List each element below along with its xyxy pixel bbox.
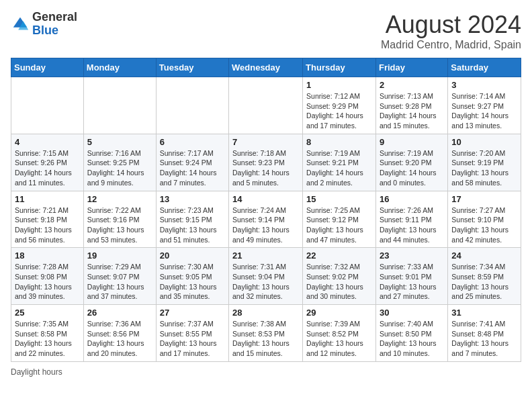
day-number: 26 [87,308,152,318]
logo: General Blue [11,11,77,38]
week-row-3: 11Sunrise: 7:21 AM Sunset: 9:18 PM Dayli… [11,191,521,248]
day-number: 19 [87,250,152,261]
column-header-monday: Monday [83,58,156,77]
day-cell: 27Sunrise: 7:37 AM Sunset: 8:55 PM Dayli… [156,305,228,362]
day-number: 16 [380,194,444,204]
column-header-friday: Friday [375,58,447,77]
day-number: 31 [451,308,517,318]
day-cell: 9Sunrise: 7:19 AM Sunset: 9:20 PM Daylig… [375,134,447,191]
day-info: Sunrise: 7:16 AM Sunset: 9:25 PM Dayligh… [87,148,152,188]
day-cell: 2Sunrise: 7:13 AM Sunset: 9:28 PM Daylig… [375,77,447,134]
day-number: 24 [451,250,517,261]
day-cell: 19Sunrise: 7:29 AM Sunset: 9:07 PM Dayli… [83,248,156,305]
day-info: Sunrise: 7:35 AM Sunset: 8:58 PM Dayligh… [15,319,80,359]
day-info: Sunrise: 7:12 AM Sunset: 9:29 PM Dayligh… [306,91,372,131]
day-info: Sunrise: 7:20 AM Sunset: 9:19 PM Dayligh… [451,148,517,188]
day-cell: 24Sunrise: 7:34 AM Sunset: 8:59 PM Dayli… [448,248,521,305]
day-cell: 3Sunrise: 7:14 AM Sunset: 9:27 PM Daylig… [448,77,521,134]
day-info: Sunrise: 7:19 AM Sunset: 9:20 PM Dayligh… [380,148,444,188]
day-cell: 10Sunrise: 7:20 AM Sunset: 9:19 PM Dayli… [448,134,521,191]
day-cell: 16Sunrise: 7:26 AM Sunset: 9:11 PM Dayli… [375,191,447,248]
day-info: Sunrise: 7:39 AM Sunset: 8:52 PM Dayligh… [306,319,372,359]
day-info: Sunrise: 7:32 AM Sunset: 9:02 PM Dayligh… [306,262,372,302]
day-info: Sunrise: 7:28 AM Sunset: 9:08 PM Dayligh… [15,262,80,302]
day-cell: 15Sunrise: 7:25 AM Sunset: 9:12 PM Dayli… [303,191,376,248]
day-cell: 23Sunrise: 7:33 AM Sunset: 9:01 PM Dayli… [375,248,447,305]
day-info: Sunrise: 7:24 AM Sunset: 9:14 PM Dayligh… [232,205,299,245]
day-info: Sunrise: 7:41 AM Sunset: 8:48 PM Dayligh… [451,319,517,359]
day-info: Sunrise: 7:22 AM Sunset: 9:16 PM Dayligh… [87,205,152,245]
day-cell: 22Sunrise: 7:32 AM Sunset: 9:02 PM Dayli… [303,248,376,305]
legend: Daylight hours [11,367,521,377]
day-info: Sunrise: 7:31 AM Sunset: 9:04 PM Dayligh… [232,262,299,302]
day-number: 27 [160,308,225,318]
day-cell: 17Sunrise: 7:27 AM Sunset: 9:10 PM Dayli… [448,191,521,248]
day-cell [229,77,303,134]
day-number: 17 [451,194,517,204]
column-header-sunday: Sunday [11,58,84,77]
day-cell: 31Sunrise: 7:41 AM Sunset: 8:48 PM Dayli… [448,305,521,362]
day-cell: 28Sunrise: 7:38 AM Sunset: 8:53 PM Dayli… [229,305,303,362]
day-info: Sunrise: 7:34 AM Sunset: 8:59 PM Dayligh… [451,262,517,302]
calendar-header-row: SundayMondayTuesdayWednesdayThursdayFrid… [11,58,521,77]
day-info: Sunrise: 7:26 AM Sunset: 9:11 PM Dayligh… [380,205,444,245]
day-number: 15 [306,194,372,204]
week-row-4: 18Sunrise: 7:28 AM Sunset: 9:08 PM Dayli… [11,248,521,305]
day-number: 3 [451,80,517,90]
logo-icon [11,15,30,34]
day-number: 6 [160,137,225,147]
day-cell: 21Sunrise: 7:31 AM Sunset: 9:04 PM Dayli… [229,248,303,305]
logo-general-text: General [32,11,77,24]
day-cell: 25Sunrise: 7:35 AM Sunset: 8:58 PM Dayli… [11,305,84,362]
day-number: 4 [15,137,80,147]
page-header: General Blue August 2024 Madrid Centro, … [11,11,521,51]
day-number: 13 [160,194,225,204]
day-info: Sunrise: 7:27 AM Sunset: 9:10 PM Dayligh… [451,205,517,245]
day-cell: 26Sunrise: 7:36 AM Sunset: 8:56 PM Dayli… [83,305,156,362]
day-cell: 11Sunrise: 7:21 AM Sunset: 9:18 PM Dayli… [11,191,84,248]
day-number: 10 [451,137,517,147]
week-row-2: 4Sunrise: 7:15 AM Sunset: 9:26 PM Daylig… [11,134,521,191]
day-cell [11,77,84,134]
day-cell [83,77,156,134]
day-number: 23 [380,250,444,261]
day-cell: 29Sunrise: 7:39 AM Sunset: 8:52 PM Dayli… [303,305,376,362]
day-number: 20 [160,250,225,261]
day-info: Sunrise: 7:19 AM Sunset: 9:21 PM Dayligh… [306,148,372,188]
day-info: Sunrise: 7:37 AM Sunset: 8:55 PM Dayligh… [160,319,225,359]
day-cell: 6Sunrise: 7:17 AM Sunset: 9:24 PM Daylig… [156,134,228,191]
day-number: 11 [15,194,80,204]
day-info: Sunrise: 7:23 AM Sunset: 9:15 PM Dayligh… [160,205,225,245]
day-cell: 20Sunrise: 7:30 AM Sunset: 9:05 PM Dayli… [156,248,228,305]
day-number: 5 [87,137,152,147]
column-header-thursday: Thursday [303,58,376,77]
day-info: Sunrise: 7:14 AM Sunset: 9:27 PM Dayligh… [451,91,517,131]
day-cell: 1Sunrise: 7:12 AM Sunset: 9:29 PM Daylig… [303,77,376,134]
week-row-1: 1Sunrise: 7:12 AM Sunset: 9:29 PM Daylig… [11,77,521,134]
day-info: Sunrise: 7:33 AM Sunset: 9:01 PM Dayligh… [380,262,444,302]
day-info: Sunrise: 7:18 AM Sunset: 9:23 PM Dayligh… [232,148,299,188]
day-cell: 30Sunrise: 7:40 AM Sunset: 8:50 PM Dayli… [375,305,447,362]
day-number: 1 [306,80,372,90]
day-info: Sunrise: 7:13 AM Sunset: 9:28 PM Dayligh… [380,91,444,131]
day-info: Sunrise: 7:17 AM Sunset: 9:24 PM Dayligh… [160,148,225,188]
day-info: Sunrise: 7:40 AM Sunset: 8:50 PM Dayligh… [380,319,444,359]
day-number: 28 [232,308,299,318]
day-number: 29 [306,308,372,318]
day-cell: 7Sunrise: 7:18 AM Sunset: 9:23 PM Daylig… [229,134,303,191]
day-info: Sunrise: 7:30 AM Sunset: 9:05 PM Dayligh… [160,262,225,302]
day-cell: 8Sunrise: 7:19 AM Sunset: 9:21 PM Daylig… [303,134,376,191]
subtitle: Madrid Centro, Madrid, Spain [381,39,521,51]
day-number: 2 [380,80,444,90]
day-info: Sunrise: 7:36 AM Sunset: 8:56 PM Dayligh… [87,319,152,359]
day-cell: 18Sunrise: 7:28 AM Sunset: 9:08 PM Dayli… [11,248,84,305]
day-info: Sunrise: 7:29 AM Sunset: 9:07 PM Dayligh… [87,262,152,302]
day-number: 7 [232,137,299,147]
day-number: 30 [380,308,444,318]
day-cell: 12Sunrise: 7:22 AM Sunset: 9:16 PM Dayli… [83,191,156,248]
day-number: 9 [380,137,444,147]
day-number: 21 [232,250,299,261]
day-number: 12 [87,194,152,204]
week-row-5: 25Sunrise: 7:35 AM Sunset: 8:58 PM Dayli… [11,305,521,362]
day-cell: 5Sunrise: 7:16 AM Sunset: 9:25 PM Daylig… [83,134,156,191]
